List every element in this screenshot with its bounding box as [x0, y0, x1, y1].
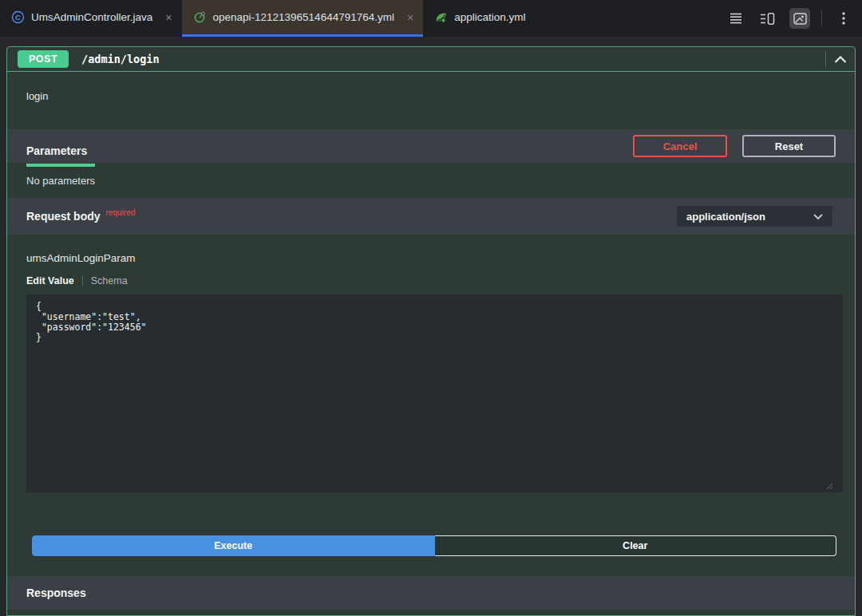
parameters-title: Parameters [26, 136, 95, 167]
tab-openapi-yml[interactable]: openapi-12121396514644791764.yml × [182, 0, 424, 37]
svg-text:C: C [15, 13, 21, 22]
chevron-down-icon [813, 214, 823, 219]
header-divider [825, 51, 826, 67]
required-label: required [106, 208, 136, 217]
reset-button[interactable]: Reset [742, 135, 836, 157]
kebab-menu-icon [842, 12, 845, 25]
operation-path: /admin/login [81, 53, 160, 65]
body-editor-container: { "username":"test", "password":"123456"… [26, 294, 836, 492]
request-body-header-band: Request body required application/json [7, 198, 855, 235]
split-view-button[interactable] [757, 8, 778, 29]
tab-application-yml[interactable]: application.yml [423, 0, 535, 37]
request-body-input[interactable]: { "username":"test", "password":"123456"… [26, 294, 843, 492]
tab-label: UmsAdminController.java [31, 11, 152, 23]
content-type-value: application/json [686, 211, 765, 223]
tab-separator [82, 276, 83, 286]
tab-edit-value[interactable]: Edit Value [26, 275, 74, 286]
tab-schema[interactable]: Schema [91, 275, 128, 286]
java-class-icon: C [11, 10, 25, 24]
preview-view-button[interactable] [789, 8, 810, 29]
tab-ums-admin-controller[interactable]: C UmsAdminController.java × [0, 0, 182, 37]
collapse-chevron-icon[interactable] [834, 56, 847, 63]
editor-toolbar [726, 0, 862, 37]
resize-handle-icon[interactable] [826, 483, 833, 490]
method-badge: POST [18, 50, 69, 68]
more-options-button[interactable] [833, 8, 854, 29]
editor-tab-bar: C UmsAdminController.java × openapi-1212… [0, 0, 862, 37]
text-lines-icon [730, 13, 742, 24]
cancel-button[interactable]: Cancel [633, 135, 727, 157]
close-icon[interactable]: × [407, 12, 413, 23]
execute-row: Execute Clear [32, 535, 836, 556]
image-icon [793, 13, 807, 25]
clear-button[interactable]: Clear [435, 535, 837, 556]
operation-panel: POST /admin/login login Parameters Cance… [6, 46, 856, 616]
request-body-title: Request body [26, 210, 101, 223]
no-parameters-message: No parameters [7, 163, 855, 198]
responses-header-band: Responses [7, 576, 855, 610]
parameters-header-band: Parameters Cancel Reset [7, 129, 855, 163]
text-view-button[interactable] [726, 8, 746, 29]
content-type-select[interactable]: application/json [677, 206, 832, 227]
openapi-icon [193, 10, 207, 24]
tab-label: application.yml [454, 11, 525, 23]
toolbar-separator [821, 10, 822, 26]
responses-title: Responses [26, 586, 86, 599]
operation-summary: login [7, 72, 855, 129]
operation-header[interactable]: POST /admin/login [7, 47, 855, 72]
spring-boot-icon [434, 10, 448, 24]
tab-label: openapi-12121396514644791764.yml [213, 11, 394, 23]
schema-name: umsAdminLoginParam [26, 252, 855, 264]
execute-button[interactable]: Execute [32, 535, 435, 556]
split-view-icon [761, 13, 775, 25]
body-value-tabs: Edit Value Schema [26, 275, 855, 286]
close-icon[interactable]: × [165, 12, 172, 23]
